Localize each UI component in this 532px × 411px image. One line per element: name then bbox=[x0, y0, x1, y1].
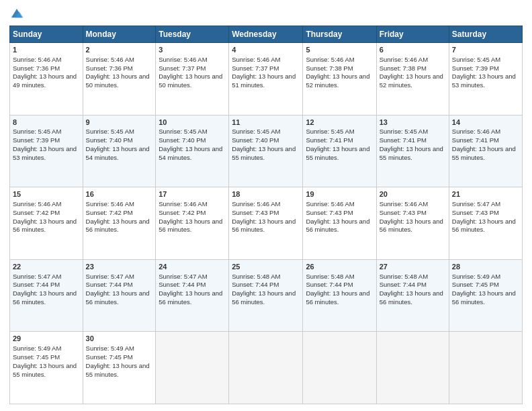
sunrise-info: Sunrise: 5:45 AM bbox=[159, 128, 226, 136]
sunset-info: Sunset: 7:40 PM bbox=[232, 136, 300, 145]
table-row: 12Sunrise: 5:45 AMSunset: 7:41 PMDayligh… bbox=[303, 115, 376, 187]
sunset-info: Sunset: 7:44 PM bbox=[159, 281, 226, 289]
day-number: 19 bbox=[306, 189, 373, 199]
sunset-info: Sunset: 7:42 PM bbox=[159, 209, 226, 218]
table-row: 22Sunrise: 5:47 AMSunset: 7:44 PMDayligh… bbox=[10, 259, 83, 332]
sunset-info: Sunset: 7:44 PM bbox=[13, 281, 80, 289]
sunset-info: Sunset: 7:38 PM bbox=[380, 64, 446, 73]
sunrise-info: Sunrise: 5:46 AM bbox=[159, 56, 226, 64]
sunset-info: Sunset: 7:44 PM bbox=[380, 281, 446, 289]
sunrise-info: Sunrise: 5:48 AM bbox=[232, 273, 300, 281]
table-row: 17Sunrise: 5:46 AMSunset: 7:42 PMDayligh… bbox=[156, 187, 229, 260]
sunrise-info: Sunrise: 5:45 AM bbox=[452, 56, 519, 64]
table-row bbox=[156, 332, 229, 404]
sunrise-info: Sunrise: 5:46 AM bbox=[452, 128, 519, 136]
table-row: 3Sunrise: 5:46 AMSunset: 7:37 PMDaylight… bbox=[156, 43, 229, 116]
daylight-info: Daylight: 13 hours and 56 minutes. bbox=[232, 289, 300, 307]
day-number: 9 bbox=[86, 118, 153, 128]
daylight-info: Daylight: 13 hours and 56 minutes. bbox=[86, 289, 153, 307]
sunset-info: Sunset: 7:38 PM bbox=[306, 64, 373, 73]
table-row: 23Sunrise: 5:47 AMSunset: 7:44 PMDayligh… bbox=[83, 259, 156, 332]
daylight-info: Daylight: 13 hours and 55 minutes. bbox=[452, 145, 519, 163]
table-row: 25Sunrise: 5:48 AMSunset: 7:44 PMDayligh… bbox=[229, 259, 303, 332]
table-row: 18Sunrise: 5:46 AMSunset: 7:43 PMDayligh… bbox=[229, 187, 303, 260]
day-number: 10 bbox=[159, 118, 226, 128]
col-header-saturday: Saturday bbox=[449, 26, 522, 43]
table-row bbox=[303, 332, 376, 404]
sunset-info: Sunset: 7:43 PM bbox=[380, 209, 446, 218]
sunrise-info: Sunrise: 5:46 AM bbox=[380, 56, 446, 64]
table-row bbox=[229, 332, 303, 404]
table-row: 7Sunrise: 5:45 AMSunset: 7:39 PMDaylight… bbox=[449, 43, 522, 116]
daylight-info: Daylight: 13 hours and 55 minutes. bbox=[86, 362, 153, 379]
day-number: 24 bbox=[159, 262, 226, 272]
sunrise-info: Sunrise: 5:46 AM bbox=[380, 200, 446, 209]
table-row: 16Sunrise: 5:46 AMSunset: 7:42 PMDayligh… bbox=[83, 187, 156, 260]
table-row: 29Sunrise: 5:49 AMSunset: 7:45 PMDayligh… bbox=[10, 332, 83, 404]
day-number: 18 bbox=[232, 189, 300, 199]
sunrise-info: Sunrise: 5:45 AM bbox=[232, 128, 300, 136]
table-row: 2Sunrise: 5:46 AMSunset: 7:36 PMDaylight… bbox=[83, 43, 156, 116]
sunset-info: Sunset: 7:37 PM bbox=[159, 64, 226, 73]
day-number: 29 bbox=[13, 334, 80, 344]
daylight-info: Daylight: 13 hours and 56 minutes. bbox=[306, 289, 373, 307]
sunrise-info: Sunrise: 5:49 AM bbox=[86, 345, 153, 353]
daylight-info: Daylight: 13 hours and 56 minutes. bbox=[452, 289, 519, 307]
day-number: 28 bbox=[452, 262, 519, 272]
sunset-info: Sunset: 7:41 PM bbox=[452, 136, 519, 145]
daylight-info: Daylight: 13 hours and 56 minutes. bbox=[306, 218, 373, 235]
table-row: 21Sunrise: 5:47 AMSunset: 7:43 PMDayligh… bbox=[449, 187, 522, 260]
sunset-info: Sunset: 7:41 PM bbox=[380, 136, 446, 145]
table-row: 8Sunrise: 5:45 AMSunset: 7:39 PMDaylight… bbox=[10, 115, 83, 187]
daylight-info: Daylight: 13 hours and 56 minutes. bbox=[380, 218, 446, 235]
daylight-info: Daylight: 13 hours and 56 minutes. bbox=[159, 218, 226, 235]
day-number: 25 bbox=[232, 262, 300, 272]
day-number: 17 bbox=[159, 189, 226, 199]
sunset-info: Sunset: 7:42 PM bbox=[13, 209, 80, 218]
sunset-info: Sunset: 7:43 PM bbox=[452, 209, 519, 218]
sunset-info: Sunset: 7:39 PM bbox=[13, 136, 80, 145]
daylight-info: Daylight: 13 hours and 56 minutes. bbox=[232, 218, 300, 235]
sunset-info: Sunset: 7:44 PM bbox=[86, 281, 153, 289]
daylight-info: Daylight: 13 hours and 49 minutes. bbox=[13, 73, 80, 90]
day-number: 27 bbox=[380, 262, 446, 272]
day-number: 22 bbox=[13, 262, 80, 272]
daylight-info: Daylight: 13 hours and 50 minutes. bbox=[86, 73, 153, 90]
table-row: 11Sunrise: 5:45 AMSunset: 7:40 PMDayligh… bbox=[229, 115, 303, 187]
day-number: 16 bbox=[86, 189, 153, 199]
sunrise-info: Sunrise: 5:45 AM bbox=[86, 128, 153, 136]
day-number: 3 bbox=[159, 45, 226, 55]
sunrise-info: Sunrise: 5:49 AM bbox=[13, 345, 80, 353]
sunset-info: Sunset: 7:42 PM bbox=[86, 209, 153, 218]
calendar-table: SundayMondayTuesdayWednesdayThursdayFrid… bbox=[9, 26, 523, 404]
sunrise-info: Sunrise: 5:47 AM bbox=[86, 273, 153, 281]
daylight-info: Daylight: 13 hours and 51 minutes. bbox=[232, 73, 300, 90]
day-number: 11 bbox=[232, 118, 300, 128]
sunrise-info: Sunrise: 5:46 AM bbox=[86, 56, 153, 64]
daylight-info: Daylight: 13 hours and 53 minutes. bbox=[13, 145, 80, 163]
table-row: 26Sunrise: 5:48 AMSunset: 7:44 PMDayligh… bbox=[303, 259, 376, 332]
day-number: 4 bbox=[232, 45, 300, 55]
sunrise-info: Sunrise: 5:46 AM bbox=[232, 56, 300, 64]
daylight-info: Daylight: 13 hours and 55 minutes. bbox=[306, 145, 373, 163]
table-row: 13Sunrise: 5:45 AMSunset: 7:41 PMDayligh… bbox=[376, 115, 449, 187]
table-row: 10Sunrise: 5:45 AMSunset: 7:40 PMDayligh… bbox=[156, 115, 229, 187]
daylight-info: Daylight: 13 hours and 50 minutes. bbox=[159, 73, 226, 90]
sunset-info: Sunset: 7:44 PM bbox=[306, 281, 373, 289]
page-header bbox=[9, 7, 523, 21]
sunset-info: Sunset: 7:36 PM bbox=[86, 64, 153, 73]
day-number: 15 bbox=[13, 189, 80, 199]
table-row: 6Sunrise: 5:46 AMSunset: 7:38 PMDaylight… bbox=[376, 43, 449, 116]
day-number: 7 bbox=[452, 45, 519, 55]
sunrise-info: Sunrise: 5:46 AM bbox=[306, 200, 373, 209]
sunset-info: Sunset: 7:40 PM bbox=[86, 136, 153, 145]
table-row bbox=[376, 332, 449, 404]
table-row: 28Sunrise: 5:49 AMSunset: 7:45 PMDayligh… bbox=[449, 259, 522, 332]
day-number: 13 bbox=[380, 118, 446, 128]
day-number: 26 bbox=[306, 262, 373, 272]
table-row: 1Sunrise: 5:46 AMSunset: 7:36 PMDaylight… bbox=[10, 43, 83, 116]
day-number: 30 bbox=[86, 334, 153, 344]
logo bbox=[9, 7, 27, 21]
sunrise-info: Sunrise: 5:48 AM bbox=[380, 273, 446, 281]
sunset-info: Sunset: 7:37 PM bbox=[232, 64, 300, 73]
